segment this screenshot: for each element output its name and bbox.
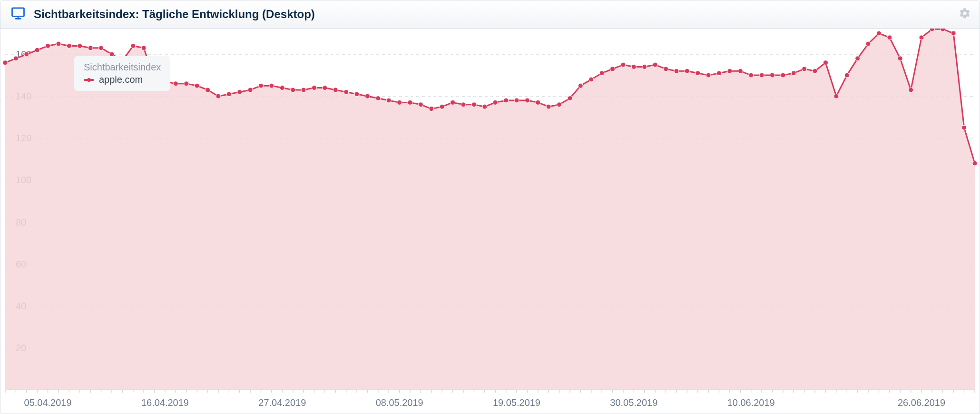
svg-point-23: [35, 48, 39, 52]
svg-point-25: [56, 41, 61, 46]
chart-panel: Sichtbarkeitsindex: Tägliche Entwicklung…: [0, 0, 980, 414]
svg-point-65: [482, 104, 487, 109]
svg-point-26: [67, 43, 71, 48]
svg-text:08.05.2019: 08.05.2019: [376, 397, 423, 408]
svg-point-83: [674, 69, 679, 73]
svg-point-81: [653, 62, 657, 67]
legend-swatch: [84, 79, 94, 81]
svg-point-49: [312, 86, 316, 90]
svg-point-38: [195, 83, 199, 88]
legend-item: apple.com: [84, 74, 161, 85]
svg-point-54: [365, 94, 370, 99]
svg-point-36: [173, 81, 178, 86]
svg-point-55: [376, 96, 381, 101]
svg-point-93: [781, 73, 785, 78]
svg-point-104: [898, 56, 902, 61]
svg-point-75: [589, 77, 594, 82]
desktop-icon: [11, 6, 25, 22]
svg-point-64: [471, 102, 476, 107]
svg-point-107: [930, 29, 934, 31]
svg-point-39: [206, 88, 210, 92]
svg-point-100: [855, 56, 860, 61]
svg-point-76: [599, 71, 604, 76]
svg-point-22: [24, 52, 29, 57]
svg-point-67: [504, 98, 509, 103]
svg-point-44: [258, 83, 263, 88]
svg-point-50: [323, 86, 327, 90]
svg-point-73: [568, 96, 572, 101]
svg-point-21: [13, 56, 18, 61]
svg-point-45: [269, 83, 274, 88]
svg-point-33: [141, 46, 146, 50]
svg-text:27.04.2019: 27.04.2019: [258, 397, 306, 408]
svg-point-79: [631, 64, 636, 69]
svg-point-86: [706, 73, 711, 78]
svg-point-94: [791, 71, 796, 76]
svg-point-84: [685, 69, 689, 73]
legend-box: Sichtbarkeitsindex apple.com: [74, 56, 170, 91]
svg-point-28: [88, 46, 93, 50]
svg-point-96: [813, 69, 817, 73]
svg-point-58: [408, 100, 412, 105]
svg-point-41: [226, 92, 231, 97]
gear-icon[interactable]: [959, 7, 971, 21]
svg-point-48: [301, 88, 306, 92]
svg-rect-0: [12, 8, 24, 17]
svg-text:19.05.2019: 19.05.2019: [493, 397, 540, 408]
svg-point-57: [397, 100, 402, 105]
svg-point-111: [972, 161, 977, 166]
chart-area[interactable]: 2040608010012014016005.04.201916.04.2019…: [0, 29, 980, 414]
svg-point-63: [461, 102, 466, 107]
svg-point-46: [280, 86, 284, 90]
svg-point-82: [664, 67, 668, 71]
svg-point-69: [525, 98, 529, 103]
svg-point-85: [696, 71, 700, 76]
svg-point-108: [941, 29, 945, 31]
svg-point-27: [78, 43, 82, 48]
svg-point-42: [237, 89, 242, 94]
svg-point-70: [536, 100, 540, 105]
svg-point-43: [248, 88, 253, 92]
svg-text:10.06.2019: 10.06.2019: [727, 397, 775, 408]
svg-point-77: [610, 67, 615, 71]
svg-point-92: [770, 73, 774, 78]
svg-point-80: [642, 64, 647, 69]
svg-point-97: [823, 60, 828, 65]
svg-point-90: [749, 73, 754, 78]
svg-point-89: [738, 69, 743, 73]
legend-title: Sichtbarkeitsindex: [84, 61, 161, 73]
svg-point-53: [354, 92, 359, 97]
svg-point-88: [727, 69, 732, 73]
svg-point-101: [866, 41, 871, 46]
svg-point-29: [99, 46, 104, 50]
svg-point-91: [759, 73, 764, 78]
svg-point-72: [557, 102, 562, 107]
svg-point-32: [131, 43, 136, 48]
svg-point-109: [951, 31, 956, 36]
svg-point-24: [46, 43, 50, 48]
svg-point-106: [919, 35, 924, 40]
svg-point-74: [578, 83, 583, 88]
panel-title: Sichtbarkeitsindex: Tägliche Entwicklung…: [34, 8, 315, 21]
svg-point-99: [844, 73, 849, 78]
svg-point-37: [184, 81, 189, 86]
svg-point-87: [717, 71, 722, 76]
svg-point-62: [451, 100, 455, 105]
svg-text:16.04.2019: 16.04.2019: [141, 397, 189, 408]
svg-point-78: [621, 62, 626, 67]
svg-point-51: [333, 88, 338, 92]
svg-point-66: [493, 100, 498, 105]
svg-point-68: [514, 98, 519, 103]
svg-point-59: [418, 102, 423, 107]
svg-point-105: [909, 88, 913, 92]
svg-text:05.04.2019: 05.04.2019: [24, 397, 72, 408]
panel-header: Sichtbarkeitsindex: Tägliche Entwicklung…: [0, 0, 980, 29]
svg-point-47: [291, 88, 295, 92]
svg-point-20: [3, 60, 8, 65]
svg-point-110: [962, 125, 967, 130]
svg-point-95: [802, 67, 807, 71]
svg-text:30.05.2019: 30.05.2019: [610, 397, 657, 408]
svg-point-40: [216, 94, 221, 99]
svg-text:26.06.2019: 26.06.2019: [898, 397, 945, 408]
svg-point-61: [440, 104, 444, 109]
